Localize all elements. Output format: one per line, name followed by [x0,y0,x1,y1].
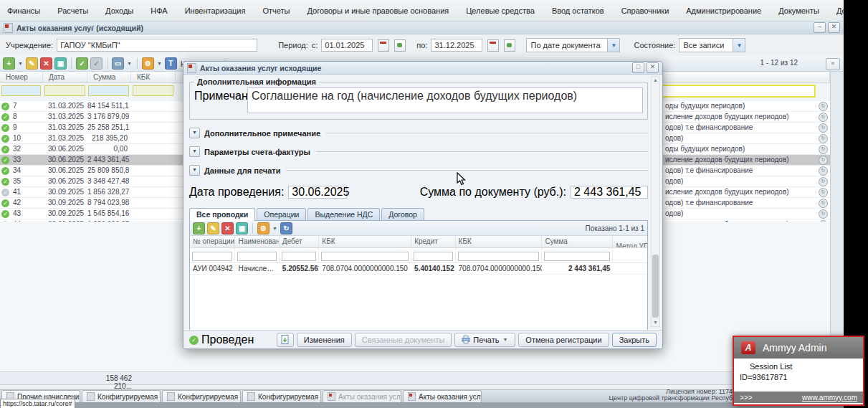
menu-item[interactable]: Финансы [7,6,40,15]
copy-button[interactable]: ▣ [236,222,248,234]
add-button[interactable]: + [3,57,15,70]
column-header[interactable]: КБК [131,72,176,82]
ammyy-titlebar[interactable]: A Ammyy Admin [734,337,863,359]
note-textarea[interactable]: Соглашение на год (начисление доходов бу… [247,87,643,113]
close-button[interactable]: ✕ [828,22,840,33]
dialog-scrollbar[interactable]: ▲ ▼ [651,76,660,327]
posting-date-field[interactable]: 30.06.2025 [288,186,347,199]
add-button[interactable]: + [193,222,205,234]
taskbar-tab[interactable]: Акты оказания услуг (и... [323,390,401,402]
column-header[interactable]: Дата [43,72,87,82]
filter-input-kbk[interactable] [133,85,173,96]
chevron-down-icon[interactable]: ▼ [157,61,162,66]
taskbar-tab[interactable]: Конфигурируемая оборотная ... [162,390,241,402]
dialog-titlebar[interactable]: Акты оказания услуг исходящие □ ✕ [183,62,662,75]
collapse-toggle-icon[interactable]: ▼ [189,146,200,157]
doc-sum-field[interactable]: 2 443 361,45 [571,186,648,199]
column-header[interactable]: Метод УП [613,236,647,247]
tab-item[interactable]: Договор [381,208,424,220]
menu-item[interactable]: Администрирование [686,6,761,15]
taskbar-tab[interactable]: Конфигурируемая оборотная ... [82,390,161,402]
column-header[interactable]: КБК [319,236,411,247]
calendar-icon[interactable] [487,39,499,52]
row-action-icon[interactable]: ↻ [819,188,828,197]
row-action-icon[interactable]: ↻ [819,102,828,111]
scrollbar-thumb[interactable] [652,255,659,318]
filter-input[interactable] [414,252,452,261]
scroll-down-icon[interactable]: ▼ [652,319,659,326]
filter-input[interactable] [321,252,409,261]
chevron-down-icon[interactable]: ▼ [607,39,619,52]
posting-row[interactable]: АУИ 004942 Начисление до... 5.20552.561 … [190,263,647,275]
filter-input[interactable] [282,252,317,261]
column-header[interactable]: № операции [190,236,235,247]
chevron-down-icon[interactable]: ▼ [18,61,23,66]
institution-field[interactable]: ГАПОУ "КМБиП" [57,39,257,52]
collapse-toggle-icon[interactable]: ▼ [189,128,200,138]
ammyy-website-link[interactable]: www.ammyy.com [802,394,857,402]
menu-item[interactable]: Договоры и иные правовые основания [307,6,449,15]
taskbar-tab[interactable]: Акты оказания услуг ис... [403,390,482,402]
row-action-icon[interactable]: ↻ [819,156,828,165]
cancel-registration-button[interactable]: Отмена регистрации [518,333,609,347]
menu-item[interactable]: НФА [151,6,167,15]
calendar-clear-icon[interactable] [504,39,515,52]
column-header[interactable]: Сумма [87,72,131,82]
row-action-icon[interactable]: ↻ [819,145,828,154]
gear-icon[interactable]: ⚙ [142,57,154,70]
menu-item[interactable]: Расчеты [57,6,88,15]
filter-input[interactable] [237,252,276,261]
menu-item[interactable]: Ввод остатков [552,6,604,15]
menu-item[interactable]: Справочники [621,6,669,15]
date-to-field[interactable]: 31.12.2025 [431,39,482,52]
chevron-down-icon[interactable]: ▼ [127,61,132,66]
calendar-icon[interactable] [378,39,389,52]
print-button[interactable]: ▭ [112,57,124,70]
scroll-up-icon[interactable]: ▲ [652,77,659,84]
gear-icon[interactable]: ⚙ [257,222,270,234]
delete-button[interactable]: ✕ [40,57,52,70]
restore-button[interactable]: □ [632,62,644,73]
column-header[interactable]: Сумма [542,236,613,247]
date-from-field[interactable]: 01.01.2025 [321,39,373,52]
row-action-icon[interactable]: ↻ [819,199,828,208]
post-button[interactable]: ✓ [76,57,88,70]
filter-input-date[interactable] [44,85,85,96]
column-header[interactable]: Наименование [235,236,279,247]
column-header[interactable]: Дебет [280,236,320,247]
export-button[interactable] [277,333,294,347]
edit-button[interactable]: ✎ [207,222,219,234]
copy-button[interactable]: ▣ [54,57,67,70]
column-header[interactable]: Номер [0,72,43,82]
calendar-clear-icon[interactable] [394,39,406,52]
taskbar-tab[interactable]: Конфигурируемая оборотная ... [242,390,321,402]
column-header[interactable]: Кредит [411,236,455,247]
row-action-icon[interactable]: ↻ [819,113,828,122]
delete-button[interactable]: ✕ [221,222,234,234]
edit-button[interactable]: ✎ [26,57,38,70]
filter-input[interactable] [544,252,610,261]
filter-input[interactable] [192,252,232,261]
close-dialog-button[interactable]: Закрыть [612,333,657,347]
filter-input-sum[interactable] [88,85,129,96]
date-type-combobox[interactable]: По дате документа ▼ [526,38,620,52]
dialog-close-icon[interactable]: ✕ [647,62,659,73]
filter-settings-icon[interactable]: T [165,57,177,70]
tab-active[interactable]: Все проводки [189,208,255,221]
chevron-down-icon[interactable]: ▼ [272,226,277,231]
menu-item[interactable]: Доходы [105,6,133,15]
menu-item[interactable]: Отчеты [262,6,290,15]
filter-input-number[interactable] [1,85,41,96]
menu-item[interactable]: Инвентаризация [185,6,246,15]
row-action-icon[interactable]: ↻ [819,166,828,176]
chevron-down-icon[interactable]: ▼ [733,39,745,52]
tab-item[interactable]: Операции [257,208,306,220]
collapse-toggle-icon[interactable]: ▼ [189,165,200,176]
row-action-icon[interactable]: ↻ [819,209,828,219]
state-combobox[interactable]: Все записи ▼ [679,38,745,52]
ammyy-expand-control[interactable]: >>> [740,394,753,402]
menu-item[interactable]: Документы [778,6,819,15]
row-action-icon[interactable]: ↻ [819,123,828,133]
changes-button[interactable]: Изменения [297,333,352,347]
row-action-icon[interactable]: ↻ [819,177,828,186]
